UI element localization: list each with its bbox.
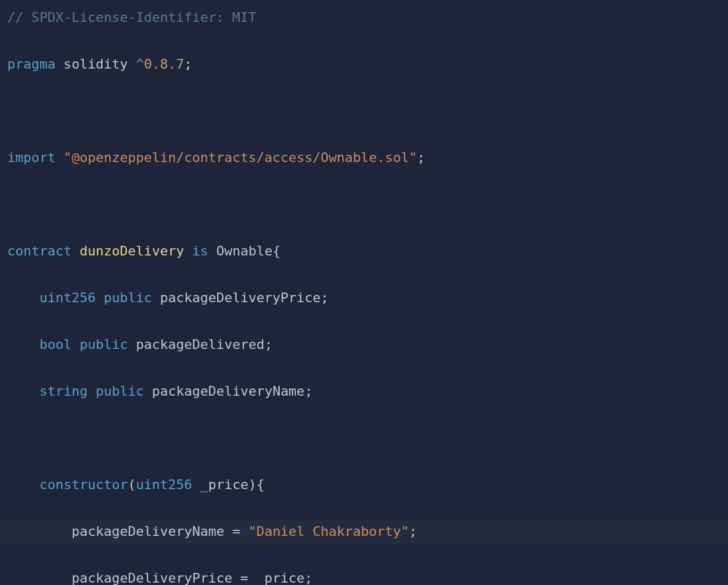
semi: ; <box>305 384 312 399</box>
ident-solidity: solidity <box>64 56 128 72</box>
type-uint256: uint256 <box>39 290 96 305</box>
semi: ; <box>409 524 417 539</box>
keyword-public: public <box>96 384 144 399</box>
brace: { <box>257 477 265 492</box>
param-type: uint256 <box>136 477 192 492</box>
keyword-is: is <box>192 243 209 259</box>
var-name: packageDeliveryPrice <box>160 290 321 305</box>
line-11: constructor(uint256 _price){ <box>7 473 721 497</box>
param-name: _price <box>192 477 249 492</box>
semi: ; <box>265 337 272 352</box>
indent <box>7 570 72 585</box>
version-number: 0.8.7 <box>144 56 184 72</box>
paren-close: ) <box>248 477 256 492</box>
contract-name: dunzoDelivery <box>79 243 184 259</box>
semi: ; <box>305 570 312 585</box>
type-bool: bool <box>39 337 72 352</box>
line-10-blank <box>7 427 721 450</box>
line-6: contract dunzoDelivery is Ownable{ <box>7 240 721 263</box>
keyword-constructor: constructor <box>39 477 128 492</box>
line-3-blank <box>7 100 721 123</box>
line-2: pragma solidity ^0.8.7; <box>7 53 721 76</box>
op-eq: = <box>232 570 257 585</box>
paren-open: ( <box>128 477 136 492</box>
string-literal: "Daniel Chakraborty" <box>248 524 409 539</box>
parent-name: Ownable <box>216 243 272 259</box>
line-9: string public packageDeliveryName; <box>7 380 721 404</box>
indent <box>7 524 72 539</box>
semi: ; <box>321 290 329 305</box>
code-editor[interactable]: // SPDX-License-Identifier: MIT pragma s… <box>7 6 721 585</box>
indent <box>7 290 39 305</box>
value-ident: _price <box>257 570 305 585</box>
var-name: packageDeliveryName <box>72 524 224 539</box>
op-caret: ^ <box>136 56 144 72</box>
semi: ; <box>184 56 192 72</box>
line-7: uint256 public packageDeliveryPrice; <box>7 286 721 310</box>
keyword-pragma: pragma <box>7 56 55 72</box>
indent <box>7 337 39 352</box>
line-4: import "@openzeppelin/contracts/access/O… <box>7 146 721 170</box>
var-name: packageDeliveryPrice <box>72 570 232 585</box>
line-8: bool public packageDelivered; <box>7 333 721 357</box>
import-path: "@openzeppelin/contracts/access/Ownable.… <box>64 150 417 165</box>
var-name: packageDeliveryName <box>152 384 305 399</box>
line-5-blank <box>7 193 721 217</box>
comment-text: // SPDX-License-Identifier: MIT <box>7 10 257 25</box>
line-13: packageDeliveryPrice = _price; <box>7 567 721 585</box>
keyword-contract: contract <box>7 243 72 259</box>
var-name: packageDelivered <box>136 337 265 352</box>
keyword-public: public <box>104 290 152 305</box>
line-12-highlighted: packageDeliveryName = "Daniel Chakrabort… <box>0 520 728 544</box>
op-eq: = <box>224 524 249 539</box>
keyword-public: public <box>79 337 127 352</box>
indent <box>7 384 39 399</box>
brace: { <box>272 243 280 259</box>
indent <box>7 477 39 492</box>
semi: ; <box>417 150 425 165</box>
keyword-import: import <box>7 150 55 165</box>
type-string: string <box>39 384 87 399</box>
line-1: // SPDX-License-Identifier: MIT <box>7 6 721 30</box>
